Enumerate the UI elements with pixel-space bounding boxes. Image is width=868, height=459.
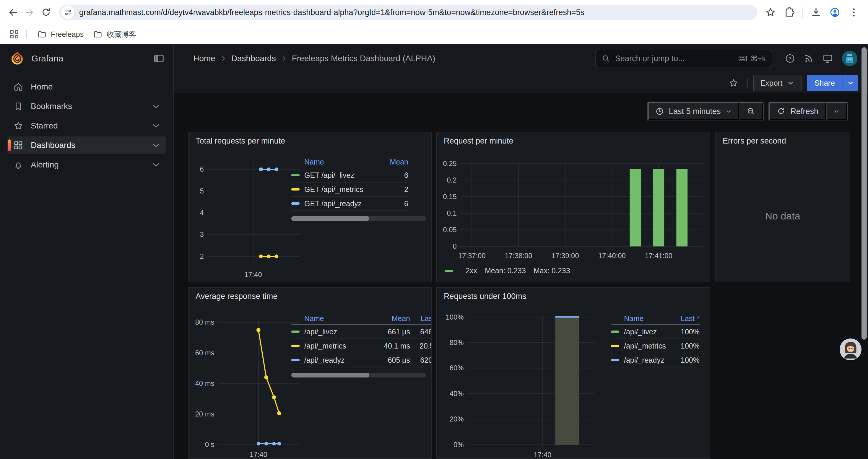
assistant-avatar-widget[interactable] (840, 338, 862, 360)
legend-row[interactable]: GET /api/_livez6 (291, 168, 408, 183)
legend-column-header[interactable]: Name (304, 158, 373, 166)
legend-column-header[interactable]: Name (304, 314, 375, 323)
sidebar-item-alerting[interactable]: Alerting (7, 156, 166, 174)
share-menu-button[interactable] (843, 75, 858, 91)
sidebar-item-dashboards[interactable]: Dashboards (7, 136, 166, 154)
forward-button[interactable] (21, 4, 38, 21)
sidebar-item-home[interactable]: Home (7, 78, 166, 96)
main-area: Home Dashboards Freeleaps Metrics Dashbo… (174, 44, 868, 459)
sidebar: Grafana Home Bookmarks Starred (0, 44, 174, 459)
breadcrumb-dashboards[interactable]: Dashboards (231, 54, 276, 63)
legend-row[interactable]: /api/_livez100% (611, 325, 700, 339)
legend-row[interactable]: /api/_readyz100% (611, 353, 700, 367)
reload-button[interactable] (38, 4, 54, 21)
panel-title[interactable]: Total requests per minute (195, 136, 285, 145)
legend-column-header[interactable]: Name (624, 314, 680, 323)
chevron-down-icon (725, 108, 732, 114)
kiosk-mode-button[interactable] (818, 49, 837, 68)
legend-row[interactable]: /api/_livez661 µs646 (291, 325, 432, 339)
legend-scrollbar[interactable] (291, 216, 426, 221)
legend-scrollbar[interactable] (291, 373, 426, 378)
chevron-down-icon[interactable] (151, 140, 161, 151)
downloads-button[interactable] (808, 4, 824, 21)
panel-title[interactable]: Requests under 100ms (444, 292, 526, 301)
search-input[interactable]: Search or jump to... ⌘+k (595, 50, 772, 67)
apps-grid-button[interactable] (7, 27, 21, 41)
zoom-out-time-button[interactable] (740, 102, 763, 121)
refresh-interval-button[interactable] (826, 102, 847, 121)
favorite-dashboard-button[interactable] (725, 75, 742, 91)
legend-column-header[interactable]: Las (420, 314, 432, 323)
sidebar-item-label: Alerting (31, 160, 151, 169)
news-button[interactable] (800, 49, 818, 68)
grafana-logo (9, 51, 25, 66)
axis-tick-label: 17:38:00 (505, 252, 532, 260)
chevron-right-icon (220, 55, 226, 62)
legend-row[interactable]: /api/_readyz605 µs620 (291, 353, 432, 367)
back-button[interactable] (5, 4, 21, 21)
axis-tick-label: 0 (453, 242, 457, 250)
extensions-button[interactable] (781, 4, 798, 21)
series-point (267, 255, 271, 258)
profile-button[interactable] (827, 4, 843, 21)
bookmark-star-button[interactable] (762, 4, 779, 21)
user-avatar[interactable] (842, 51, 857, 66)
axis-tick-label: 20% (450, 415, 464, 423)
series-color-pill (291, 359, 300, 361)
breadcrumb-home[interactable]: Home (193, 54, 215, 63)
legend-series-label[interactable]: 2xx (466, 266, 477, 275)
axis-tick-label: 100% (446, 313, 464, 321)
url-text[interactable]: grafana.mathmast.com/d/deytv4rwavabkb/fr… (79, 8, 754, 17)
chevron-down-icon[interactable] (151, 121, 161, 131)
bookmark-label: Freeleaps (51, 30, 84, 39)
panel-title[interactable]: Average response time (195, 292, 277, 301)
address-bar[interactable]: grafana.mathmast.com/d/deytv4rwavabkb/fr… (59, 5, 757, 20)
sidebar-item-label: Home (31, 82, 161, 92)
bookmark-label: 收藏博客 (107, 30, 136, 39)
axis-tick-label: 20 ms (195, 410, 215, 418)
bookmark-folder-freeleaps[interactable]: Freeleaps (32, 28, 88, 41)
axis-tick-label: 60% (450, 364, 464, 372)
chevron-down-icon (847, 79, 854, 87)
axis-tick-label: 0% (454, 441, 464, 449)
legend-row[interactable]: GET /api/_metrics2 (291, 183, 408, 197)
search-icon (601, 54, 610, 63)
legend-row[interactable]: /api/_metrics100% (611, 339, 700, 353)
series-point (257, 442, 260, 446)
panel-title[interactable]: Request per minute (444, 136, 514, 145)
sidebar-item-starred[interactable]: Starred (7, 117, 166, 135)
axis-tick-label: 5 (200, 187, 204, 195)
legend-row[interactable]: /api/_metrics40.1 ms20.5 r (291, 339, 432, 353)
dock-sidebar-icon[interactable] (153, 53, 165, 64)
series-color-pill (291, 188, 300, 191)
page-scrollbar[interactable] (862, 47, 867, 340)
axis-tick-label: 0.1 (447, 209, 457, 217)
chevron-down-icon[interactable] (151, 160, 161, 170)
browser-menu-button[interactable] (845, 4, 862, 21)
axis-tick-label: 80% (450, 338, 464, 347)
chart-legend: 2xx Mean: 0.233 Max: 0.233 (445, 266, 570, 275)
legend-column-header[interactable]: Mean (373, 158, 408, 166)
legend-column-header[interactable]: Last * (680, 314, 700, 323)
toolbar-divider (802, 7, 803, 18)
axis-tick-label: 3 (200, 230, 204, 238)
help-button[interactable]: ? (780, 49, 800, 68)
legend-column-header[interactable]: Mean (375, 314, 410, 323)
axis-tick-label: 0.25 (443, 160, 457, 167)
bookmark-folder-blogs[interactable]: 收藏博客 (88, 28, 141, 41)
export-button[interactable]: Export (753, 75, 801, 91)
sidebar-header: Grafana (0, 44, 173, 73)
time-range-picker[interactable]: Last 5 minutes (648, 102, 740, 121)
chart-request-per-minute[interactable]: 00.050.10.150.20.2517:37:0017:38:0017:39… (437, 132, 710, 282)
legend-row[interactable]: GET /api/_readyz6 (291, 197, 408, 211)
chevron-down-icon[interactable] (151, 101, 161, 112)
panel-title[interactable]: Errors per second (723, 136, 786, 145)
refresh-button[interactable]: Refresh (769, 102, 826, 121)
site-settings-icon[interactable] (61, 6, 74, 19)
bookmark-icon (13, 101, 24, 112)
axis-tick-label: 0.15 (443, 193, 457, 201)
sidebar-item-bookmarks[interactable]: Bookmarks (7, 97, 166, 115)
share-button[interactable]: Share (807, 75, 843, 91)
axis-tick-label: 80 ms (195, 318, 215, 326)
series-color-pill (291, 202, 300, 205)
